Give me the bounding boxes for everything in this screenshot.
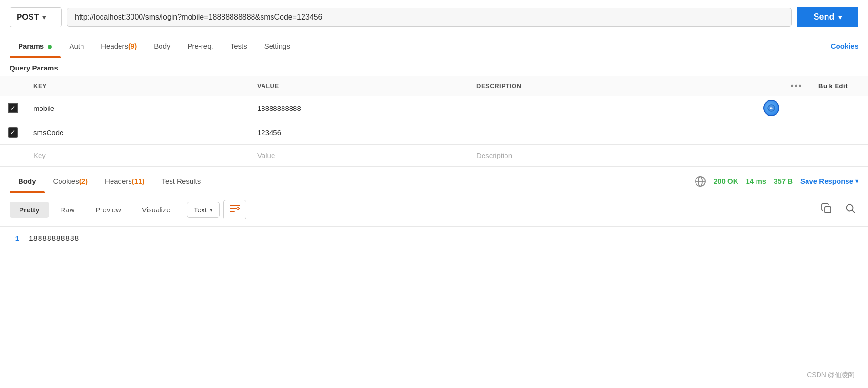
send-chevron-icon: ▾ <box>838 13 842 21</box>
send-label: Send <box>813 12 834 22</box>
params-table: KEY VALUE DESCRIPTION ••• Bulk Edit ✓ mo… <box>0 76 868 167</box>
checkmark-icon: ✓ <box>10 104 16 112</box>
empty-checkbox-cell <box>0 145 26 167</box>
row1-key[interactable]: mobile <box>26 96 250 120</box>
table-row: ✓ smsCode 123456 <box>0 120 868 145</box>
row1-checkbox[interactable]: ✓ <box>8 103 18 113</box>
headers-badge: (9) <box>128 42 137 50</box>
col-checkbox <box>0 76 26 96</box>
row1-desc[interactable] <box>469 96 782 120</box>
tab-settings[interactable]: Settings <box>256 34 299 58</box>
tab-tests[interactable]: Tests <box>222 34 256 58</box>
svg-line-9 <box>852 210 855 213</box>
empty-desc[interactable]: Description <box>469 145 782 167</box>
tab-params[interactable]: Params <box>10 34 61 58</box>
method-label: POST <box>17 12 39 22</box>
empty-value[interactable]: Value <box>250 145 469 167</box>
response-tab-test-results[interactable]: Test Results <box>153 169 209 193</box>
description-placeholder: Description <box>476 151 512 159</box>
response-tab-cookies[interactable]: Cookies(2) <box>45 169 97 193</box>
right-icons <box>818 200 858 219</box>
col-value: VALUE <box>250 76 469 96</box>
url-input[interactable] <box>67 8 792 27</box>
response-tabs: Body Cookies(2) Headers(11) Test Results… <box>0 169 868 193</box>
circle-indicator <box>763 100 779 116</box>
wrap-button[interactable] <box>223 200 246 219</box>
save-response-button[interactable]: Save Response ▾ <box>800 177 858 185</box>
response-tab-body[interactable]: Body <box>10 169 45 193</box>
empty-actions <box>782 145 811 167</box>
row1-value[interactable]: 18888888888 <box>250 96 469 120</box>
row2-bulk <box>811 120 868 145</box>
table-row: ✓ mobile 18888888888 <box>0 96 868 120</box>
format-btn-raw[interactable]: Raw <box>51 202 84 218</box>
response-status: 200 OK 14 ms 357 B Save Response ▾ <box>695 176 858 187</box>
col-description: DESCRIPTION <box>469 76 782 96</box>
response-time: 14 ms <box>746 177 767 185</box>
format-btn-visualize[interactable]: Visualize <box>132 202 180 218</box>
params-dot <box>48 45 52 49</box>
method-chevron-icon: ▾ <box>42 13 46 21</box>
row2-checkbox-cell[interactable]: ✓ <box>0 120 26 145</box>
format-type-label: Text <box>194 206 207 214</box>
request-tabs: Params Auth Headers(9) Body Pre-req. Tes… <box>0 34 868 58</box>
key-placeholder: Key <box>33 151 46 159</box>
status-text: 200 OK <box>714 177 738 185</box>
row2-actions <box>782 120 811 145</box>
svg-point-8 <box>847 205 853 211</box>
code-value-1: 18888888888 <box>29 235 79 243</box>
globe-icon <box>695 176 706 187</box>
format-btn-pretty[interactable]: Pretty <box>10 202 49 218</box>
response-tab-headers[interactable]: Headers(11) <box>96 169 153 193</box>
line-number-1: 1 <box>10 234 19 242</box>
empty-key[interactable]: Key <box>26 145 250 167</box>
cookies-link[interactable]: Cookies <box>831 42 858 50</box>
col-key: KEY <box>26 76 250 96</box>
row1-checkbox-cell[interactable]: ✓ <box>0 96 26 120</box>
row2-key[interactable]: smsCode <box>26 120 250 145</box>
table-row-empty: Key Value Description <box>0 145 868 167</box>
code-area: 1 18888888888 <box>0 227 868 251</box>
copy-icon[interactable] <box>818 200 835 219</box>
row2-value[interactable]: 123456 <box>250 120 469 145</box>
col-bulk-edit[interactable]: Bulk Edit <box>811 76 868 96</box>
save-response-chevron-icon: ▾ <box>855 178 858 185</box>
code-line-1: 1 18888888888 <box>10 234 858 243</box>
empty-bulk <box>811 145 868 167</box>
svg-rect-7 <box>825 207 831 213</box>
wrap-icon <box>230 204 240 215</box>
value-placeholder: Value <box>257 151 275 159</box>
watermark: CSDN @仙凌阁 <box>807 371 855 379</box>
tab-prereq[interactable]: Pre-req. <box>179 34 222 58</box>
format-bar: Pretty Raw Preview Visualize Text ▾ <box>0 193 868 227</box>
tab-headers[interactable]: Headers(9) <box>92 34 145 58</box>
response-size: 357 B <box>774 177 793 185</box>
col-actions: ••• <box>782 76 811 96</box>
tab-auth[interactable]: Auth <box>61 34 92 58</box>
cookies-badge: (2) <box>79 177 88 185</box>
more-options-icon[interactable]: ••• <box>791 81 803 90</box>
row1-bulk <box>811 96 868 120</box>
query-params-label: Query Params <box>0 58 868 76</box>
send-button[interactable]: Send ▾ <box>797 7 858 27</box>
row1-actions <box>782 96 811 120</box>
tab-body[interactable]: Body <box>145 34 179 58</box>
row2-desc[interactable] <box>469 120 782 145</box>
format-btn-preview[interactable]: Preview <box>86 202 131 218</box>
row2-checkbox[interactable]: ✓ <box>8 127 18 138</box>
checkmark-icon: ✓ <box>10 129 16 136</box>
url-bar: POST ▾ Send ▾ <box>0 0 868 34</box>
format-type-chevron-icon: ▾ <box>210 207 212 213</box>
method-select[interactable]: POST ▾ <box>10 7 62 27</box>
resp-headers-badge: (11) <box>132 177 145 185</box>
search-icon[interactable] <box>842 200 858 219</box>
format-type-select[interactable]: Text ▾ <box>187 202 220 218</box>
